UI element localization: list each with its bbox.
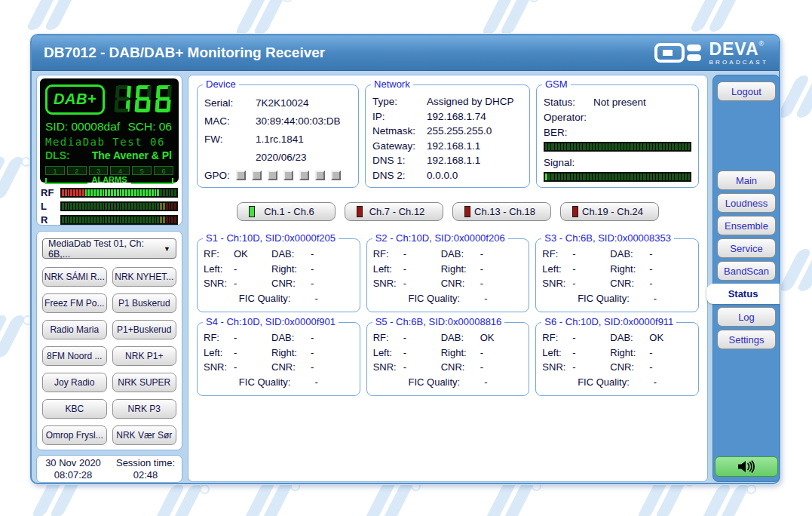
status-value: - xyxy=(572,247,610,262)
db-watermark-icon xyxy=(253,481,300,516)
device-field-label: Serial: xyxy=(204,94,256,112)
date-value: 30 Nov 2020 xyxy=(37,457,109,469)
station-button[interactable]: NRK P3 xyxy=(112,399,177,419)
status-label: RF: xyxy=(373,330,403,346)
alarms-label: ALARMS xyxy=(91,176,127,184)
fic-quality-value: - xyxy=(654,291,657,306)
station-button[interactable]: NRK SUPER xyxy=(112,373,177,392)
status-label: SNR: xyxy=(373,360,403,375)
status-label: RF: xyxy=(204,330,234,346)
meter-segment xyxy=(82,203,84,210)
station-button[interactable]: Freez FM Po... xyxy=(42,293,107,313)
meter-segment xyxy=(647,174,649,180)
meter-segment xyxy=(650,143,652,150)
stations-panel: MediaDab Test 01, Ch: 6B,... ▼ NRK SÁMI … xyxy=(36,231,182,450)
sidebar-item-status[interactable]: Status xyxy=(706,284,780,304)
channel-range-button[interactable]: Ch.13 - Ch.18 xyxy=(452,202,551,221)
logout-button[interactable]: Logout xyxy=(717,81,776,101)
ensemble-select-value: MediaDab Test 01, Ch: 6B,... xyxy=(48,238,164,260)
status-panel: S1 - Ch:10D, SID:0x0000f205RF:OKDAB:-Lef… xyxy=(197,238,360,312)
meter-segment xyxy=(580,143,582,150)
meter-segment xyxy=(111,203,113,210)
meter-segment xyxy=(68,203,70,210)
status-label: Right: xyxy=(271,262,311,277)
sidebar-item-loudness[interactable]: Loudness xyxy=(717,193,776,213)
station-button[interactable]: Radio Maria xyxy=(42,320,107,339)
meter-segment xyxy=(663,174,665,180)
channel-range-button[interactable]: Ch.7 - Ch.12 xyxy=(345,202,443,221)
meter-segment xyxy=(87,217,90,223)
fic-quality-label: FIC Quality: xyxy=(409,375,461,390)
status-panels-grid: S1 - Ch:10D, SID:0x0000f205RF:OKDAB:-Lef… xyxy=(197,238,699,396)
gpo-indicator xyxy=(331,170,341,180)
meter-segment xyxy=(149,189,151,196)
fic-quality-row: FIC Quality:- xyxy=(204,291,354,306)
status-label: Left: xyxy=(373,346,403,361)
station-button[interactable]: KBC xyxy=(42,399,107,419)
sidebar-item-service[interactable]: Service xyxy=(717,238,776,258)
channel-range-button[interactable]: Ch.1 - Ch.6 xyxy=(237,202,336,221)
station-button[interactable]: 8FM Noord ... xyxy=(42,346,107,366)
meter-segment xyxy=(149,203,151,210)
station-button[interactable]: Joy Radio xyxy=(42,373,107,392)
meter-segment xyxy=(551,174,553,180)
status-label: RF: xyxy=(542,330,572,346)
meter-segment xyxy=(599,143,601,150)
network-field-row: DNS 1:192.168.1.1 xyxy=(372,153,522,168)
meter-segment xyxy=(169,217,171,223)
meter-segment xyxy=(111,189,113,196)
meter-segment xyxy=(117,217,119,223)
bracket-right xyxy=(131,178,173,184)
status-panel: S4 - Ch:10D, SID:0x0000f901RF:-DAB:-Left… xyxy=(197,322,360,396)
meter-segment xyxy=(621,143,624,150)
station-button[interactable]: P1 Buskerud xyxy=(112,293,177,313)
meter-segment xyxy=(685,174,687,180)
meter-segment xyxy=(634,143,636,150)
sidebar-item-ensemble[interactable]: Ensemble xyxy=(717,216,776,235)
station-button[interactable]: Omrop Frysl... xyxy=(42,425,107,445)
device-field-value: 7K2K10024 xyxy=(256,94,351,112)
station-button[interactable]: NRK NYHET... xyxy=(112,267,177,287)
sidebar-item-settings[interactable]: Settings xyxy=(717,330,776,349)
fic-quality-row: FIC Quality:- xyxy=(204,375,354,390)
meter-segment xyxy=(672,143,674,150)
channel-range-button[interactable]: Ch.19 - Ch.24 xyxy=(560,202,659,221)
meter-segment xyxy=(602,174,605,180)
session-value: 02:48 xyxy=(109,469,182,481)
station-button[interactable]: NRK Vær Sør xyxy=(112,425,177,445)
meter-segment xyxy=(640,174,642,180)
meter-segment xyxy=(624,174,627,180)
sidebar-item-log[interactable]: Log xyxy=(717,307,776,327)
meter-segment xyxy=(103,203,105,210)
meter-segment xyxy=(561,143,563,150)
meter-segment xyxy=(65,189,67,196)
station-button[interactable]: NRK SÁMI R... xyxy=(42,267,107,287)
meter-segment xyxy=(571,143,573,150)
meter-segment xyxy=(87,189,90,196)
ensemble-select[interactable]: MediaDab Test 01, Ch: 6B,... ▼ xyxy=(42,238,176,259)
status-value: - xyxy=(480,276,523,291)
meter-segment xyxy=(76,217,78,223)
status-label: Left: xyxy=(373,262,403,277)
status-value: - xyxy=(403,330,441,346)
status-value: - xyxy=(572,330,610,346)
fic-quality-row: FIC Quality:- xyxy=(542,375,692,390)
meter-segment xyxy=(650,174,652,180)
audio-listen-button[interactable] xyxy=(715,456,778,477)
meter-segment xyxy=(643,174,645,180)
gsm-operator-label: Operator: xyxy=(544,110,691,125)
sidebar-item-bandscan[interactable]: BandScan xyxy=(717,261,776,281)
station-button[interactable]: P1+Buskerud xyxy=(112,320,177,339)
meter-segment xyxy=(157,189,159,196)
status-value: - xyxy=(480,360,523,375)
device-field-label: MAC: xyxy=(204,112,256,131)
sidebar-item-main[interactable]: Main xyxy=(717,170,776,190)
meter-segment xyxy=(70,217,72,223)
meter-segment xyxy=(146,203,148,210)
meter-segment xyxy=(653,174,655,180)
meter-segment xyxy=(105,217,107,223)
station-button[interactable]: NRK P1+ xyxy=(112,346,177,366)
meter-segment xyxy=(134,203,136,210)
meter-segment xyxy=(108,203,110,210)
session-time: Session time: 02:48 xyxy=(109,457,182,481)
